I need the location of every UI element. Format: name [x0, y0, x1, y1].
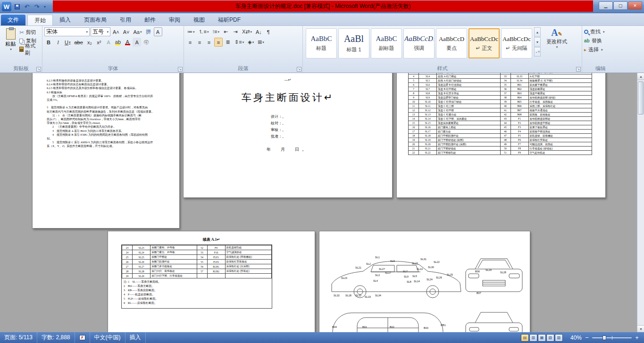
grow-font-button[interactable]: A˄ [111, 27, 121, 36]
scrollbar-thumb[interactable] [638, 82, 644, 114]
page-indicator[interactable]: 页面: 5/113 [0, 332, 37, 343]
style-item[interactable]: AaBl标题 1 [338, 28, 369, 58]
page-2[interactable]: 附录 A↵ (规范性附录)↵ 二车车主断面信息号↵ —↵ 车身主断面设计↵ 设计… [183, 73, 393, 198]
zoom-slider-thumb[interactable] [602, 335, 606, 340]
page-1[interactable]: 6.2.3 检查和验收的设备直接状态是设计要素。6.2.4 检查和零部件的状态有… [32, 73, 180, 229]
highlight-button[interactable]: ab [114, 38, 122, 47]
style-item[interactable]: AaBbCcDc↵ 无间隔 [501, 28, 532, 58]
page-5[interactable]: SL1SL6SL15SL31SL22SL2SL21SL27SL13SL30SL2… [319, 231, 530, 332]
undo-icon[interactable]: ↶ [23, 2, 31, 11]
bold-button[interactable]: B [44, 38, 53, 47]
vertical-scrollbar[interactable]: ▲ ▼ [637, 73, 644, 332]
table-a1: 序号主断面代号主断面范围序号主断面代号主断面范围1SL1前围 A 柱30SL30… [408, 73, 592, 155]
tab-开始[interactable]: 开始 [27, 15, 53, 25]
tab-页面布局[interactable]: 页面布局 [77, 15, 113, 25]
document-area[interactable]: 6.2.3 检查和验收的设备直接状态是设计要素。6.2.4 检查和零部件的状态有… [0, 73, 644, 332]
table-cell: 39 [500, 100, 510, 104]
bullets-button[interactable]: ≔▾ [186, 27, 196, 36]
font-dialog-launcher[interactable]: ↘ [178, 67, 183, 72]
change-case-button[interactable]: Aa▾ [132, 27, 143, 36]
word-logo-icon[interactable]: W [2, 2, 11, 11]
scroll-up-icon[interactable]: ▲ [637, 73, 644, 80]
zoom-in-icon[interactable]: + [635, 334, 639, 341]
print-layout-view-icon[interactable]: ▤ [521, 334, 529, 342]
web-layout-view-icon[interactable]: ▦ [538, 334, 546, 342]
tab-引用[interactable]: 引用 [113, 15, 138, 25]
borders-button[interactable]: ⊞▾ [256, 38, 266, 47]
minimize-button[interactable]: ▁ [599, 1, 613, 10]
word-count[interactable]: 字数: 2,888 [37, 332, 75, 343]
tab-邮件[interactable]: 邮件 [138, 15, 162, 25]
character-shading-button[interactable]: A [133, 38, 141, 47]
page-4[interactable]: 续表 A.1↵ 23SL23后侧门窗框、外饰板52F9前机盖锁扣处24SL24后… [108, 231, 315, 332]
zoom-slider[interactable] [592, 337, 632, 338]
redo-icon[interactable]: ↷ [33, 2, 41, 11]
language-indicator[interactable]: 中文(中国) [90, 332, 125, 343]
increase-indent-button[interactable]: ⇥ [231, 27, 240, 36]
strikethrough-button[interactable]: abe [73, 38, 84, 47]
numbering-button[interactable]: ⒈≡▾ [197, 27, 210, 36]
style-item[interactable]: AaBbCcDc↵ 正文 [468, 28, 500, 58]
line-spacing-button[interactable]: ⇕≡▾ [233, 38, 245, 47]
maximize-button[interactable]: ▢ [613, 1, 627, 10]
sort-button[interactable]: A↓ [254, 27, 263, 36]
style-item[interactable]: AaBbC标题 [306, 28, 337, 58]
style-item[interactable]: AaBbC副标题 [371, 28, 402, 58]
zoom-out-icon[interactable]: − [585, 334, 589, 341]
underline-button[interactable]: U▾ [63, 38, 72, 47]
align-right-button[interactable]: ≡ [205, 38, 213, 47]
character-border-button[interactable]: A [154, 27, 162, 36]
show-hide-marks-button[interactable]: ¶ [264, 27, 273, 36]
style-item[interactable]: AaBbCcD要点 [436, 28, 467, 58]
close-button[interactable]: ✕ [628, 1, 642, 10]
align-center-button[interactable]: ≡ [195, 38, 204, 47]
shrink-font-button[interactable]: A˅ [122, 27, 131, 36]
italic-button[interactable]: I [54, 38, 62, 47]
text-effects-button[interactable]: A [104, 38, 113, 47]
enclose-characters-button[interactable]: ㊉ [142, 38, 151, 47]
asian-layout-button[interactable]: X⇄▾ [241, 27, 253, 36]
cut-button[interactable]: ✂剪切 [19, 28, 40, 36]
font-size-select[interactable]: 五号▾ [91, 27, 110, 36]
insert-mode-indicator[interactable]: 插入 [125, 332, 146, 343]
zoom-level[interactable]: 40% [570, 335, 582, 341]
justify-button[interactable]: ≡ [214, 38, 223, 47]
styles-dialog-launcher[interactable]: ↘ [576, 67, 581, 72]
change-styles-button[interactable]: A✎ 更改样式 ▾ [544, 27, 570, 49]
multilevel-list-button[interactable]: ⁝≡▾ [211, 27, 220, 36]
paragraph-dialog-launcher[interactable]: ↘ [297, 67, 301, 72]
paste-button[interactable]: 粘贴 ▾ [2, 27, 19, 53]
find-button[interactable]: 查找▾ [584, 27, 617, 36]
font-name-select[interactable]: 宋体▾ [44, 27, 90, 36]
page-3[interactable]: 表 A.1 主断面代号与主断面位置↵ 序号主断面代号主断面范围序号主断面代号主断… [396, 73, 606, 198]
format-painter-button[interactable]: 格式刷 [19, 45, 40, 53]
font-color-button[interactable]: A [123, 38, 132, 47]
replace-button[interactable]: ab替换 [584, 36, 617, 45]
shading-button[interactable]: ◈▾ [246, 38, 255, 47]
status-bar: 页面: 5/113 字数: 2,888 ✗ 中文(中国) 插入 ▤ ▥ ▦ ▧ … [0, 332, 644, 343]
save-icon[interactable] [13, 2, 21, 11]
distribute-button[interactable]: ≣ [224, 38, 232, 47]
decrease-indent-button[interactable]: ⇤ [222, 27, 230, 36]
style-item[interactable]: AaBbCcDı强调 [403, 28, 435, 58]
gallery-up-icon[interactable]: ▲ [534, 27, 541, 37]
subscript-button[interactable]: x₂ [85, 38, 94, 47]
scroll-down-icon[interactable]: ▼ [637, 325, 644, 332]
tab-福昕PDF[interactable]: 福昕PDF [211, 15, 247, 25]
align-left-button[interactable]: ≡ [186, 38, 194, 47]
tab-审阅[interactable]: 审阅 [162, 15, 187, 25]
fullscreen-view-icon[interactable]: ▥ [529, 334, 537, 342]
outline-view-icon[interactable]: ▧ [546, 334, 554, 342]
select-button[interactable]: ▸选择▾ [584, 45, 617, 54]
proofing-status[interactable]: ✗ [75, 332, 90, 343]
phonetic-guide-button[interactable]: 拼 [144, 27, 153, 36]
clipboard-dialog-launcher[interactable]: ↘ [36, 67, 41, 72]
draft-view-icon[interactable]: ▨ [555, 334, 563, 342]
tab-插入[interactable]: 插入 [53, 15, 77, 25]
gallery-more-icon[interactable]: ⌄≡ [534, 47, 541, 57]
gallery-down-icon[interactable]: ▼ [534, 37, 541, 47]
tab-file[interactable]: 文件 [1, 15, 25, 25]
qat-customize-icon[interactable]: ▾ [42, 2, 47, 11]
tab-视图[interactable]: 视图 [187, 15, 211, 25]
superscript-button[interactable]: x² [95, 38, 103, 47]
